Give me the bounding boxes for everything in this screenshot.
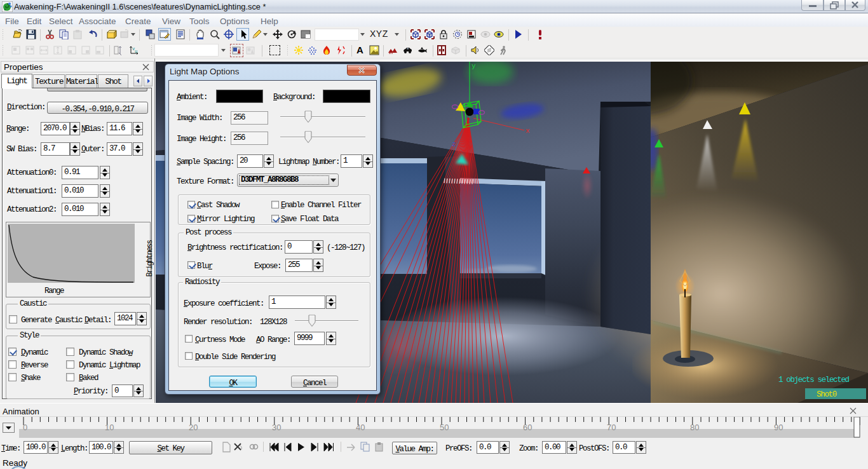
svg-text:y: y [471, 62, 476, 70]
svg-text:0: 0 [23, 423, 27, 432]
svg-text:40: 40 [356, 423, 365, 432]
svg-text:x: x [526, 127, 530, 135]
svg-text:u: u [135, 49, 137, 54]
svg-text:60: 60 [523, 423, 532, 432]
svg-text:30: 30 [272, 423, 281, 432]
svg-text:z: z [452, 140, 456, 148]
svg-text:1 objects selected: 1 objects selected [778, 376, 850, 384]
svg-text:10: 10 [105, 423, 114, 432]
svg-text:50: 50 [440, 423, 449, 432]
svg-text:20: 20 [189, 423, 198, 432]
svg-text:70: 70 [607, 423, 616, 432]
svg-text:90: 90 [774, 423, 783, 432]
svg-text:80: 80 [690, 423, 699, 432]
svg-text:Shot0: Shot0 [817, 390, 837, 399]
